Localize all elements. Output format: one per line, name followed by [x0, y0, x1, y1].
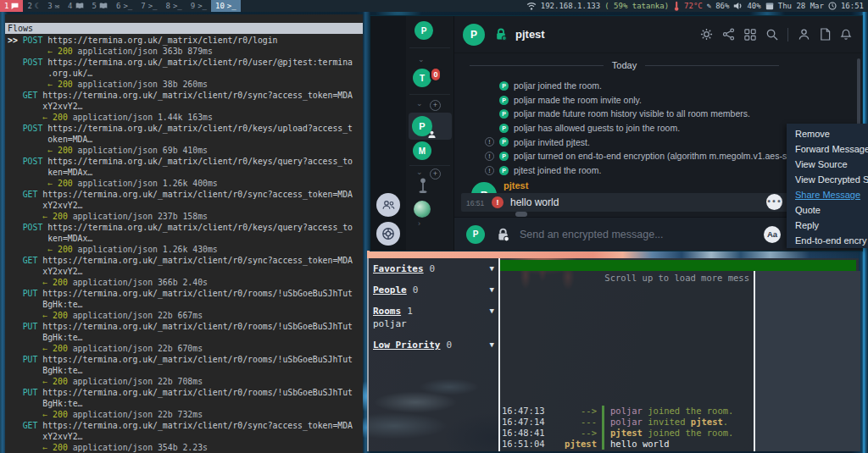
- workspace-8[interactable]: 8>_: [161, 0, 186, 12]
- workspace-2[interactable]: 2☾: [23, 0, 43, 12]
- flow-row[interactable]: POST https://termina.org.uk/_matrix/clie…: [8, 57, 363, 90]
- request-url: https://termina.org.uk/_matrix/client/r0…: [47, 124, 353, 133]
- volume-icon: [733, 2, 743, 10]
- status-code: 200: [53, 311, 68, 320]
- people-button[interactable]: [376, 193, 400, 217]
- status-code: 200: [58, 179, 73, 188]
- left-rail: [370, 16, 406, 251]
- flow-row[interactable]: GET https://termina.org.uk/_matrix/clien…: [8, 189, 363, 222]
- account-avatar[interactable]: T: [413, 69, 431, 87]
- section-count: 0: [413, 285, 419, 296]
- notifications-bell-icon[interactable]: [840, 28, 852, 41]
- http-method: POST: [23, 58, 48, 67]
- request-url: ken=MDAx…: [8, 168, 92, 177]
- flow-row[interactable]: GET https://termina.org.uk/_matrix/clien…: [8, 255, 363, 288]
- chevron-down-icon[interactable]: ⌄: [418, 56, 425, 64]
- chat-message-part: .: [723, 417, 728, 427]
- event-avatar: P: [499, 109, 509, 119]
- search-icon[interactable]: [765, 28, 778, 41]
- panel-divider: [754, 271, 755, 451]
- chat-timestamp: 16:47:13: [500, 406, 544, 417]
- flow-row[interactable]: PUT https://termina.org.uk/_matrix/clien…: [8, 288, 363, 321]
- menu-item-end-to-end-encry[interactable]: End-to-end encry: [787, 233, 868, 248]
- menu-item-view-source[interactable]: View Source: [787, 157, 868, 172]
- lamp-icon[interactable]: [418, 176, 428, 200]
- workspace-1[interactable]: 1: [0, 0, 23, 12]
- settings-button[interactable]: [376, 222, 400, 246]
- workspace-10[interactable]: 10>_: [211, 0, 241, 12]
- flow-row[interactable]: PUT https://termina.org.uk/_matrix/clien…: [8, 387, 363, 420]
- flow-row[interactable]: GET https://termina.org.uk/_matrix/clien…: [8, 420, 363, 452]
- flow-row[interactable]: >> POST https://termina.org.uk/_matrix/c…: [8, 35, 363, 57]
- message-row[interactable]: 16:51 ! hello world: [461, 193, 800, 212]
- volume-level: 40%: [747, 2, 760, 10]
- flows-header: Flows: [5, 23, 363, 34]
- avatar[interactable]: P: [415, 21, 433, 40]
- flow-url-continuation: xY2xvY2…: [8, 101, 363, 112]
- response-meta: application/json 69b 410ms: [73, 146, 208, 155]
- flow-row[interactable]: PUT https://termina.org.uk/_matrix/clien…: [8, 354, 363, 387]
- sidebar-section-header[interactable]: ▼Low Priority0: [373, 340, 494, 351]
- room-list-item[interactable]: poljar: [373, 317, 494, 329]
- flow-row[interactable]: POST https://termina.org.uk/_matrix/clie…: [8, 123, 363, 156]
- flow-url-continuation: oken=MDA…: [8, 134, 363, 145]
- chevron-down-icon[interactable]: ⌄: [416, 168, 423, 176]
- workspace-7[interactable]: 7>_: [136, 0, 161, 12]
- chevron-right-icon[interactable]: ›: [418, 220, 420, 228]
- chevron-down-icon[interactable]: ⌄: [416, 100, 423, 108]
- flow-row[interactable]: GET https://termina.org.uk/_matrix/clien…: [8, 90, 363, 123]
- message-input[interactable]: Send an encrypted message...: [520, 229, 664, 240]
- workspace-number: 9: [191, 2, 195, 10]
- room-avatar[interactable]: P: [463, 24, 485, 46]
- flow-response-line: ← 200 application/json 1.26k 400ms: [8, 178, 363, 189]
- workspace-6[interactable]: 6>_: [112, 0, 136, 12]
- menu-item-remove[interactable]: Remove: [787, 126, 868, 141]
- sidebar-section-header[interactable]: ▼Rooms1: [373, 306, 494, 317]
- settings-gear-icon[interactable]: [700, 28, 713, 41]
- format-button[interactable]: Aa: [764, 226, 781, 243]
- workspace-3[interactable]: 3✉: [43, 0, 64, 12]
- flow-row[interactable]: POST https://termina.org.uk/_matrix/clie…: [8, 156, 363, 189]
- workspace-9[interactable]: 9>_: [186, 0, 211, 12]
- share-icon[interactable]: [722, 28, 735, 41]
- indent: [8, 113, 42, 122]
- workspace-5[interactable]: 5: [88, 0, 112, 12]
- calendar-icon: [765, 2, 774, 10]
- grid-icon[interactable]: [744, 29, 756, 41]
- chat-line: 16:51:04pjtesthello world: [500, 439, 754, 450]
- event-avatar: P: [499, 81, 509, 91]
- day-divider: Today: [470, 60, 779, 70]
- event-avatar: P: [499, 166, 509, 175]
- files-icon[interactable]: [820, 28, 831, 41]
- workspace-4[interactable]: 4: [64, 0, 87, 12]
- indent: [8, 278, 42, 287]
- flow-request-line: >> POST https://termina.org.uk/_matrix/c…: [8, 35, 363, 46]
- menu-item-share-message[interactable]: Share Message: [787, 187, 868, 202]
- menu-item-view-decrypted-s[interactable]: View Decrypted S: [787, 172, 868, 187]
- add-room-button[interactable]: +: [430, 100, 441, 111]
- selection-marker: [8, 223, 23, 232]
- flow-row[interactable]: POST https://termina.org.uk/_matrix/clie…: [8, 222, 363, 255]
- flow-row[interactable]: PUT https://termina.org.uk/_matrix/clien…: [8, 321, 363, 354]
- room-avatar[interactable]: M: [413, 141, 431, 160]
- menu-item-reply[interactable]: Reply: [787, 218, 868, 233]
- menu-item-forward-message[interactable]: Forward Message: [787, 141, 868, 157]
- request-url: https://termina.org.uk/_matrix/client/r0…: [47, 58, 353, 67]
- event-text: poljar made the room invite only.: [514, 95, 642, 105]
- chat-sender: -->: [544, 428, 597, 439]
- sidebar-section-header[interactable]: ▼People0: [373, 285, 494, 296]
- terminal-icon: >_: [148, 3, 158, 10]
- chat-message: poljar invited pjtest.: [602, 417, 728, 428]
- divider: [409, 47, 450, 48]
- message-options-button[interactable]: •••: [766, 194, 782, 210]
- room-avatar-image[interactable]: [414, 201, 431, 218]
- response-meta: application/json 366b 2.40s: [68, 278, 208, 287]
- selection-marker: [8, 58, 23, 67]
- members-icon[interactable]: [798, 28, 810, 41]
- response-meta: application/json 22b 670ms: [68, 344, 203, 353]
- menu-item-quote[interactable]: Quote: [787, 202, 868, 218]
- status-code: 200: [53, 377, 68, 386]
- sidebar-section-header[interactable]: ▼Favorites0: [373, 263, 494, 274]
- add-room-button[interactable]: +: [430, 168, 441, 180]
- flow-response-line: ← 200 application/json 69b 410ms: [8, 145, 363, 156]
